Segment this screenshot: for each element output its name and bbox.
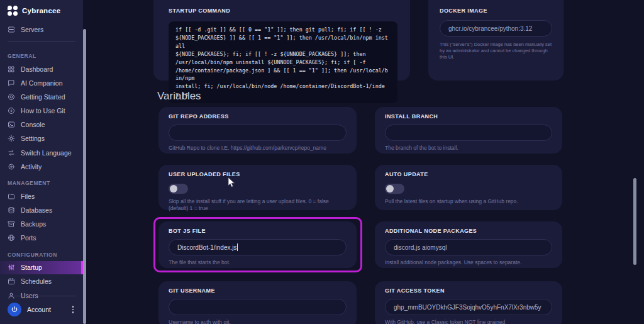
globe-icon [8, 234, 15, 242]
sidebar-item-how-to-use-git[interactable]: How to Use Git [0, 104, 83, 118]
sidebar-section-general: GENERAL [0, 53, 83, 59]
activity-icon [8, 163, 15, 170]
sidebar-item-label: Schedules [21, 277, 52, 285]
sidebar-scrollbar[interactable] [83, 29, 86, 324]
install-branch-label: INSTALL BRANCH [385, 113, 552, 120]
git-access-token-input[interactable]: ghp_mmBUOYDkhGJF3SojqhvO5yhFnX7lXr3nbw5y [385, 299, 552, 315]
bot-js-file-input[interactable]: DiscordBot-1/index.js [169, 239, 347, 255]
calendar-icon [8, 277, 15, 285]
brand-name: Cybrancee [22, 7, 61, 14]
bot-js-file-label: BOT JS FILE [169, 228, 347, 234]
docker-image-label: DOCKER IMAGE [440, 8, 552, 14]
gear-icon [8, 135, 15, 142]
git-repo-address-label: GIT REPO ADDRESS [169, 113, 347, 120]
sidebar-item-getting-started[interactable]: Getting Started [0, 91, 83, 104]
sidebar-item-label: Console [21, 121, 45, 128]
additional-node-packages-value: discord.js aiomysql [394, 244, 447, 251]
toggle-knob [386, 185, 394, 193]
sidebar-item-databases[interactable]: Databases [0, 203, 83, 216]
swap-arrows-icon [8, 149, 15, 157]
sidebar-item-dashboard[interactable]: Dashboard [0, 62, 83, 75]
sidebar-divider [8, 42, 75, 42]
bot-js-file-card: BOT JS FILE DiscordBot-1/index.js The fi… [158, 221, 357, 268]
git-access-token-card: GIT ACCESS TOKEN ghp_mmBUOYDkhGJF3Sojqhv… [375, 281, 562, 324]
terminal-icon [8, 121, 15, 128]
sidebar-item-label: Files [21, 193, 35, 200]
mouse-cursor [228, 177, 235, 188]
user-uploaded-files-toggle[interactable] [169, 184, 188, 194]
startup-command-label: STARTUP COMMAND [169, 8, 397, 14]
download-circle-icon [8, 107, 15, 115]
sidebar-item-label: Servers [21, 26, 43, 33]
account-logo-icon [8, 303, 21, 316]
sidebar-item-switch-language[interactable]: Switch Language [0, 146, 83, 159]
startup-command-card: STARTUP COMMAND if [[ -d .git ]] && [[ 0… [153, 0, 410, 81]
git-access-token-value: ghp_mmBUOYDkhGJF3SojqhvO5yhFnX7lXr3nbw5y [394, 304, 541, 311]
sidebar-item-settings[interactable]: Settings [0, 132, 83, 145]
git-username-label: GIT USERNAME [169, 288, 347, 294]
folder-icon [8, 193, 15, 200]
install-branch-input[interactable] [385, 125, 552, 141]
user-uploaded-files-card: USER UPLOADED FILES Skip all the install… [158, 165, 357, 210]
sidebar-section-configuration: CONFIGURATION [0, 252, 83, 258]
sidebar-item-label: Databases [21, 206, 52, 214]
brand-logo[interactable]: Cybrancee [0, 4, 83, 17]
git-repo-address-input[interactable] [169, 125, 347, 141]
git-access-token-label: GIT ACCESS TOKEN [385, 288, 552, 294]
account-row[interactable]: Account [0, 303, 83, 324]
user-uploaded-files-hint: Skip all the install stuff if you are le… [169, 198, 347, 212]
docker-image-card: DOCKER IMAGE ghcr.io/cybrancee/python:3.… [428, 0, 564, 81]
git-repo-address-card: GIT REPO ADDRESS GitHub Repo to clone I.… [158, 107, 357, 154]
sidebar-item-ai-companion[interactable]: AI Companion [0, 76, 83, 89]
git-repo-address-hint: GitHub Repo to clone I.E. https://github… [169, 145, 347, 152]
startup-command-code[interactable]: if [[ -d .git ]] && [[ 0 == "1" ]]; then… [169, 21, 397, 103]
grid-icon [8, 65, 15, 73]
bot-js-file-hint: The file that starts the bot. [169, 259, 347, 266]
git-username-card: GIT USERNAME Username to auth with git. [158, 281, 357, 324]
sidebar-item-label: How to Use Git [21, 107, 65, 115]
sidebar-item-startup[interactable]: Startup [0, 261, 83, 274]
additional-node-packages-hint: Install additional node packages. Use sp… [385, 259, 552, 266]
sidebar-item-ports[interactable]: Ports [0, 232, 83, 245]
bot-js-file-value: DiscordBot-1/index.js [177, 244, 236, 251]
sidebar-item-label: AI Companion [21, 79, 63, 87]
startup-settings-page: { "brand": { "name": "Cybrancee" }, "sid… [0, 0, 644, 324]
account-menu-kebab-icon[interactable] [70, 304, 76, 315]
sidebar-item-label: Getting Started [21, 93, 65, 101]
sidebar-item-label: Backups [21, 220, 46, 228]
user-uploaded-files-label: USER UPLOADED FILES [169, 171, 347, 177]
docker-image-input: ghcr.io/cybrancee/python:3.12 [440, 20, 552, 36]
sidebar-item-servers[interactable]: Servers [0, 23, 83, 36]
install-branch-hint: The branch of the bot to install. [385, 145, 552, 152]
auto-update-label: AUTO UPDATE [385, 171, 552, 177]
sidebar-item-label: Settings [21, 135, 45, 142]
archive-box-icon [8, 220, 15, 228]
additional-node-packages-card: ADDITIONAL NODE PACKAGES discord.js aiom… [375, 221, 562, 268]
sliders-icon [8, 264, 15, 271]
sidebar-item-label: Ports [21, 234, 36, 242]
docker-image-value: ghcr.io/cybrancee/python:3.12 [448, 25, 532, 32]
additional-node-packages-label: ADDITIONAL NODE PACKAGES [385, 228, 552, 234]
install-branch-card: INSTALL BRANCH The branch of the bot to … [375, 107, 562, 154]
git-username-hint: Username to auth with git. [169, 319, 347, 324]
toggle-knob [170, 185, 177, 193]
sidebar-item-backups[interactable]: Backups [0, 218, 83, 231]
sidebar-item-label: Switch Language [21, 149, 72, 157]
main-scrollbar[interactable] [633, 178, 636, 265]
cybrancee-logo-icon [8, 6, 18, 16]
auto-update-hint: Pull the latest files on startup when us… [385, 198, 552, 205]
sidebar-item-activity[interactable]: Activity [0, 160, 83, 173]
sidebar-item-console[interactable]: Console [0, 118, 83, 131]
sidebar-section-management: MANAGEMENT [0, 180, 83, 186]
git-username-input[interactable] [169, 299, 347, 315]
additional-node-packages-input[interactable]: discord.js aiomysql [385, 239, 552, 255]
database-icon [8, 206, 15, 214]
sidebar-item-schedules[interactable]: Schedules [0, 275, 83, 288]
sidebar-item-label: Dashboard [21, 65, 53, 73]
auto-update-toggle[interactable] [385, 184, 404, 194]
sidebar-item-label: Activity [21, 163, 42, 170]
sidebar-item-files[interactable]: Files [0, 189, 83, 203]
git-access-token-hint: With GitHub, use a Classic token NOT fin… [385, 319, 552, 324]
account-label: Account [27, 306, 51, 313]
text-caret [237, 243, 238, 251]
